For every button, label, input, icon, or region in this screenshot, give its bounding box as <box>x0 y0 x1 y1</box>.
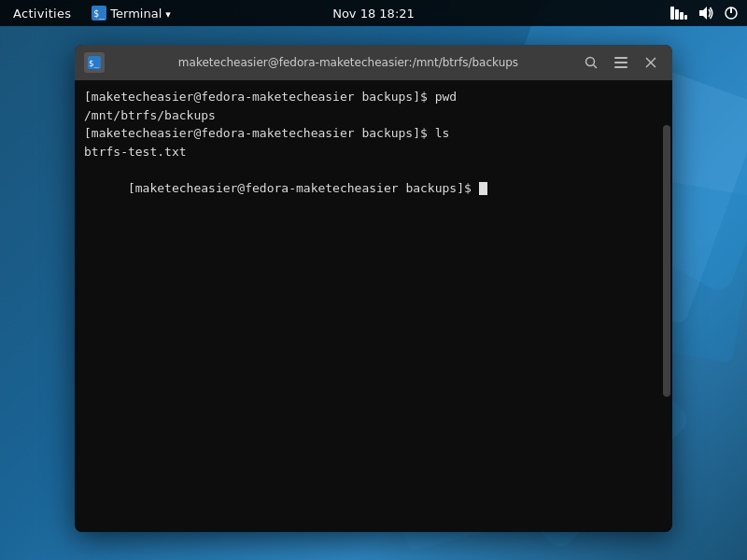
terminal-menu-button[interactable] <box>609 50 633 75</box>
terminal-taskbar-icon: $_ <box>92 6 106 21</box>
svg-rect-13 <box>614 57 627 59</box>
terminal-line-2: /mnt/btrfs/backups <box>84 106 663 125</box>
terminal-line-4: btrfs-test.txt <box>84 143 663 161</box>
terminal-scrollbar[interactable] <box>663 125 670 396</box>
svg-rect-2 <box>670 7 674 20</box>
svg-line-12 <box>594 65 598 69</box>
svg-rect-15 <box>614 66 627 68</box>
terminal-window: $_ maketecheasier@fedora-maketecheasier:… <box>75 45 672 532</box>
topbar-left: Activities $_ Terminal <box>7 4 176 22</box>
terminal-window-icon: $_ <box>84 52 105 73</box>
topbar-datetime: Nov 18 18:21 <box>332 7 415 21</box>
terminal-taskbar-button[interactable]: $_ Terminal <box>86 4 176 22</box>
terminal-search-button[interactable] <box>579 50 603 75</box>
terminal-titlebar-right <box>579 50 663 75</box>
svg-rect-5 <box>684 15 687 20</box>
svg-rect-14 <box>614 62 627 63</box>
terminal-line-1: [maketecheasier@fedora-maketecheasier ba… <box>84 88 663 106</box>
topbar: Activities $_ Terminal Nov 18 18:21 <box>0 0 747 26</box>
svg-rect-3 <box>675 9 679 20</box>
svg-rect-4 <box>680 12 684 20</box>
terminal-taskbar-label: Terminal <box>110 7 162 21</box>
volume-icon[interactable] <box>697 5 713 21</box>
svg-marker-6 <box>699 7 707 20</box>
terminal-title: maketecheasier@fedora-maketecheasier:/mn… <box>118 56 579 69</box>
terminal-titlebar: $_ maketecheasier@fedora-maketecheasier:… <box>75 45 672 80</box>
terminal-close-button[interactable] <box>639 50 663 75</box>
terminal-line-3: [maketecheasier@fedora-maketecheasier ba… <box>84 124 663 143</box>
topbar-right <box>670 5 740 21</box>
terminal-cursor <box>479 182 487 195</box>
svg-text:$_: $_ <box>93 8 106 20</box>
terminal-titlebar-left: $_ <box>84 52 118 73</box>
activities-button[interactable]: Activities <box>7 5 77 22</box>
terminal-line-5: [maketecheasier@fedora-maketecheasier ba… <box>84 161 663 216</box>
network-icon[interactable] <box>670 5 687 21</box>
svg-point-11 <box>586 58 595 66</box>
terminal-body[interactable]: [maketecheasier@fedora-maketecheasier ba… <box>75 80 672 532</box>
terminal-dropdown-chevron[interactable] <box>165 7 171 21</box>
power-icon[interactable] <box>723 5 740 21</box>
svg-text:$_: $_ <box>89 59 99 68</box>
